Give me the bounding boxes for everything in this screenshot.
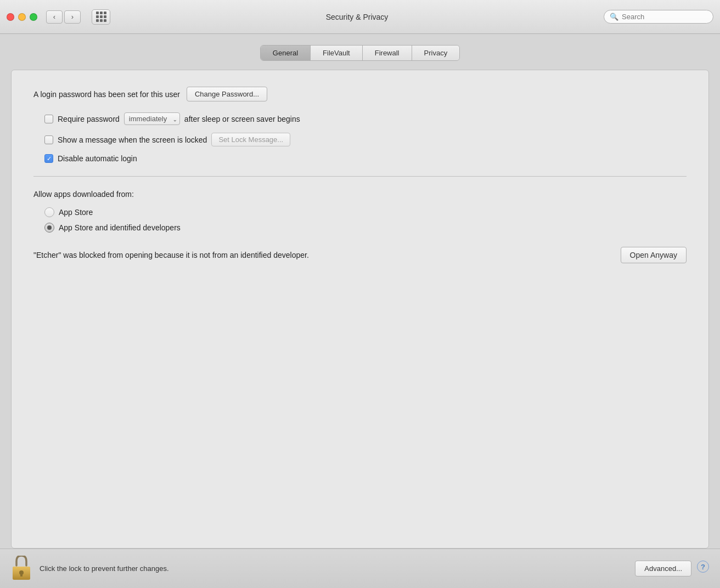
tab-privacy[interactable]: Privacy [412,46,460,60]
require-password-suffix: after sleep or screen saver begins [184,115,300,123]
disable-login-checkbox[interactable]: ✓ [44,154,53,163]
show-message-label: Show a message when the screen is locked [58,135,207,144]
search-input[interactable] [622,13,707,21]
change-password-button[interactable]: Change Password... [187,87,267,101]
allow-apps-label: Allow apps downloaded from: [33,190,687,199]
require-password-dropdown[interactable]: immediately [124,112,180,125]
lock-icon [11,556,32,582]
help-button[interactable]: ? [697,561,709,573]
lock-button[interactable] [11,556,32,582]
radio-group: App Store App Store and identified devel… [44,207,687,233]
blocked-app-row: "Etcher" was blocked from opening becaus… [33,247,687,263]
traffic-lights [7,13,37,21]
nav-buttons: ‹ › [46,10,81,24]
require-password-checkbox[interactable] [44,115,53,123]
open-anyway-button[interactable]: Open Anyway [621,247,687,263]
radio-app-store-identified[interactable]: App Store and identified developers [44,223,687,233]
set-lock-message-button[interactable]: Set Lock Message... [211,133,290,146]
require-password-select-wrapper: immediately [124,112,180,125]
disable-login-row: ✓ Disable automatic login [44,154,687,163]
radio-selected-indicator [47,225,52,230]
grid-icon [96,12,106,22]
blocked-app-text: "Etcher" was blocked from opening becaus… [33,251,612,259]
maximize-button[interactable] [30,13,37,21]
section-divider [33,176,687,177]
search-box[interactable]: 🔍 [604,10,713,24]
tabs: General FileVault Firewall Privacy [260,45,460,61]
show-message-checkbox[interactable] [44,135,53,144]
show-message-row: Show a message when the screen is locked… [44,133,687,146]
tab-firewall[interactable]: Firewall [363,46,412,60]
tab-filevault[interactable]: FileVault [311,46,363,60]
tabs-container: General FileVault Firewall Privacy [11,45,709,61]
minimize-button[interactable] [18,13,26,21]
grid-view-button[interactable] [92,9,110,25]
disable-login-label: Disable automatic login [58,154,137,163]
tab-general[interactable]: General [261,46,311,60]
password-row: A login password has been set for this u… [33,87,687,101]
radio-app-store-identified-button[interactable] [44,223,54,233]
window-title: Security & Privacy [116,13,598,21]
bottom-buttons: Advanced... ? [635,561,709,576]
checkmark-icon: ✓ [47,156,52,162]
downloads-section: Allow apps downloaded from: App Store Ap… [33,190,687,263]
checkboxes-section: Require password immediately after sleep… [44,112,687,163]
advanced-button[interactable]: Advanced... [635,561,691,576]
main-content: General FileVault Firewall Privacy A log… [0,34,720,549]
bottom-bar: Click the lock to prevent further change… [0,549,720,588]
radio-app-store-button[interactable] [44,207,54,217]
forward-button[interactable]: › [64,10,81,24]
back-button[interactable]: ‹ [46,10,63,24]
lock-status-text: Click the lock to prevent further change… [40,564,627,573]
password-label: A login password has been set for this u… [33,90,180,99]
svg-rect-3 [20,573,22,576]
require-password-label: Require password [58,115,120,123]
search-icon: 🔍 [610,13,618,21]
radio-app-store-identified-label: App Store and identified developers [59,223,181,232]
radio-app-store[interactable]: App Store [44,207,687,217]
titlebar: ‹ › Security & Privacy 🔍 [0,0,720,34]
radio-app-store-label: App Store [59,208,93,217]
close-button[interactable] [7,13,14,21]
general-panel: A login password has been set for this u… [11,70,709,549]
require-password-row: Require password immediately after sleep… [44,112,687,125]
